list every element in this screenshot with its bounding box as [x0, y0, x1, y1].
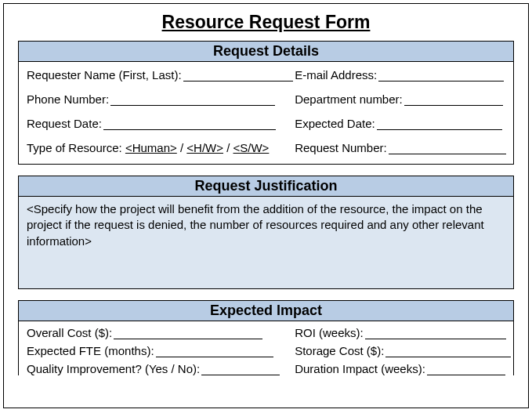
- blank-request-date[interactable]: [103, 118, 276, 130]
- type-option-sw[interactable]: <S/W>: [233, 141, 270, 154]
- impact-body: Overall Cost ($): ROI (weeks): Expected …: [18, 321, 514, 375]
- label-requester-name: Requester Name (First, Last):: [27, 68, 182, 82]
- label-request-number: Request Number:: [295, 141, 387, 154]
- blank-phone[interactable]: [110, 94, 275, 106]
- blank-department[interactable]: [404, 94, 503, 106]
- blank-overall-cost[interactable]: [114, 328, 262, 339]
- section-header-impact: Expected Impact: [18, 300, 514, 321]
- label-quality-improvement: Quality Improvement? (Yes / No):: [27, 362, 200, 375]
- blank-quality-improvement[interactable]: [201, 364, 280, 375]
- label-type-of-resource: Type of Resource: <Human> / <H/W> / <S/W…: [27, 141, 269, 154]
- blank-storage-cost[interactable]: [385, 346, 511, 357]
- label-overall-cost: Overall Cost ($):: [27, 326, 112, 339]
- blank-expected-date[interactable]: [377, 118, 502, 130]
- blank-roi[interactable]: [365, 328, 506, 339]
- blank-expected-fte[interactable]: [156, 346, 273, 357]
- label-duration-impact: Duration Impact (weeks):: [295, 362, 425, 375]
- label-expected-date: Expected Date:: [295, 117, 375, 130]
- details-body: Requester Name (First, Last): E-mail Add…: [18, 62, 514, 165]
- blank-email[interactable]: [378, 70, 504, 82]
- label-department: Department number:: [295, 92, 403, 106]
- blank-request-number[interactable]: [389, 143, 506, 154]
- type-option-human[interactable]: <Human>: [125, 141, 177, 154]
- label-storage-cost: Storage Cost ($):: [295, 344, 384, 357]
- label-email: E-mail Address:: [295, 68, 377, 82]
- form-title: Resource Request Form: [18, 12, 514, 33]
- form-page: Resource Request Form Request Details Re…: [3, 3, 529, 408]
- type-option-hw[interactable]: <H/W>: [186, 141, 223, 154]
- label-roi: ROI (weeks):: [295, 326, 364, 339]
- type-label-text: Type of Resource:: [27, 141, 122, 154]
- justification-placeholder: <Specify how the project will benefit fr…: [27, 202, 484, 248]
- label-expected-fte: Expected FTE (months):: [27, 344, 154, 357]
- section-header-justification: Request Justification: [18, 176, 514, 197]
- blank-requester-name[interactable]: [183, 70, 293, 82]
- type-sep-2: /: [223, 141, 233, 154]
- section-header-details: Request Details: [18, 41, 514, 62]
- justification-body[interactable]: <Specify how the project will benefit fr…: [18, 197, 514, 289]
- label-request-date: Request Date:: [27, 117, 102, 130]
- blank-duration-impact[interactable]: [427, 364, 505, 375]
- type-sep-1: /: [177, 141, 187, 154]
- label-phone: Phone Number:: [27, 92, 109, 106]
